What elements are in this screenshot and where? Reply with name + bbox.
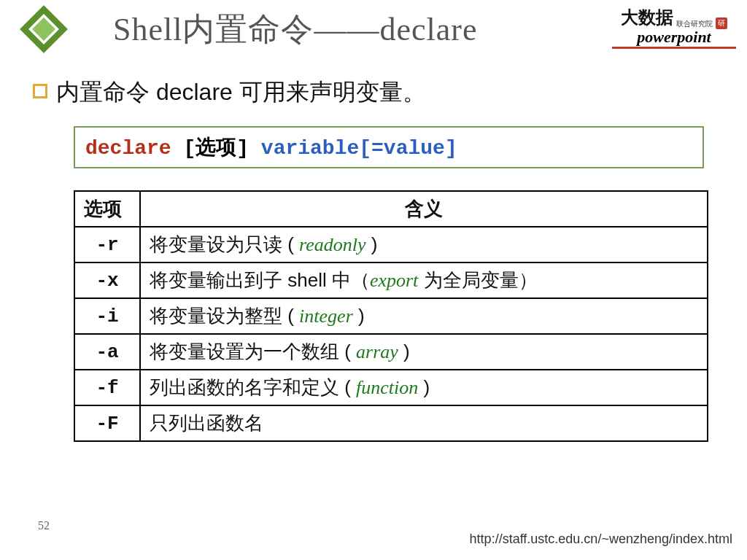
option-flag: -x — [74, 262, 140, 298]
table-row: -a将变量设置为一个数组 ( array ) — [74, 334, 708, 370]
table-row: -F只列出函数名 — [74, 405, 708, 441]
bullet-icon — [33, 84, 47, 98]
bullet-text: 内置命令 declare 可用来声明变量。 — [56, 77, 426, 109]
italic-term: readonly — [299, 234, 365, 255]
th-meaning: 含义 — [140, 191, 708, 227]
italic-term: function — [356, 377, 418, 398]
th-option: 选项 — [74, 191, 140, 227]
italic-term: integer — [299, 306, 353, 327]
options-table: 选项 含义 -r将变量设为只读 ( readonly )-x将变量输出到子 sh… — [74, 190, 708, 442]
table-header-row: 选项 含义 — [74, 191, 708, 227]
italic-term: export — [370, 270, 418, 291]
brand-seal-icon: 研 — [716, 18, 727, 29]
table-row: -r将变量设为只读 ( readonly ) — [74, 227, 708, 262]
option-meaning: 将变量输出到子 shell 中（export 为全局变量） — [140, 262, 708, 298]
table-row: -i将变量设为整型 ( integer ) — [74, 298, 708, 334]
option-flag: -a — [74, 334, 140, 370]
brand-en: powerpoint — [612, 29, 736, 45]
page-number: 52 — [38, 519, 50, 532]
option-meaning: 将变量设为整型 ( integer ) — [140, 298, 708, 334]
syntax-box: declare [选项] variable[=value] — [74, 126, 704, 168]
diamond-icon — [4, 0, 84, 58]
syntax-bracket-open: [ — [171, 137, 196, 160]
syntax-option-word: 选项 — [196, 137, 236, 160]
syntax-bracket-close: ] — [236, 137, 261, 160]
brand-underline — [612, 47, 736, 49]
option-flag: -f — [74, 370, 140, 405]
brand-logo: 大数据 联合研究院 研 powerpoint — [612, 6, 736, 49]
italic-term: array — [356, 341, 398, 362]
slide-content: 内置命令 declare 可用来声明变量。 declare [选项] varia… — [0, 58, 747, 442]
option-flag: -i — [74, 298, 140, 334]
table-row: -x将变量输出到子 shell 中（export 为全局变量） — [74, 262, 708, 298]
option-meaning: 将变量设为只读 ( readonly ) — [140, 227, 708, 262]
option-meaning: 将变量设置为一个数组 ( array ) — [140, 334, 708, 370]
footer-url: http://staff.ustc.edu.cn/~wenzheng/index… — [470, 532, 732, 547]
syntax-variable: variable[=value] — [261, 137, 457, 160]
option-meaning: 列出函数的名字和定义 ( function ) — [140, 370, 708, 405]
table-row: -f列出函数的名字和定义 ( function ) — [74, 370, 708, 405]
option-meaning: 只列出函数名 — [140, 405, 708, 441]
syntax-keyword: declare — [85, 137, 171, 160]
slide-title: Shell内置命令——declare — [113, 8, 477, 51]
brand-cn-big: 大数据 — [621, 6, 673, 29]
option-flag: -r — [74, 227, 140, 262]
bullet-line: 内置命令 declare 可用来声明变量。 — [33, 77, 714, 109]
option-flag: -F — [74, 405, 140, 441]
